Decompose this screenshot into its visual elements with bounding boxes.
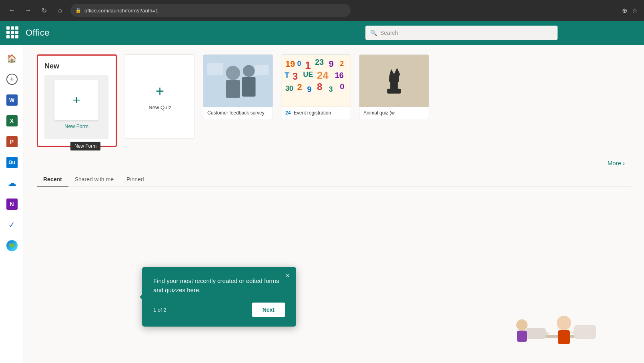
svg-marker-37 [546,332,550,335]
svg-text:UE: UE [303,70,313,78]
svg-text:23: 23 [315,58,324,66]
new-form-card[interactable]: + New Form New Form [44,75,108,139]
favorites-icon[interactable]: ☆ [632,7,638,14]
svg-rect-29 [389,77,399,82]
create-icon: + [6,74,18,85]
address-bar[interactable]: 🔒 office.com/launch/forms?auth=1 [70,4,351,17]
svg-rect-5 [242,77,256,96]
new-form-inner: + [54,80,98,120]
customer-feedback-label: Customer feedback survey [203,107,273,119]
svg-rect-33 [558,330,570,344]
new-card-title: New [44,62,109,70]
walkthrough-next-button[interactable]: Next [252,303,285,317]
animal-quiz-template[interactable]: Animal quiz (w [359,54,429,119]
event-registration-template[interactable]: 19 0 1 23 9 2 T 3 UE 24 16 30 2 9 [281,54,351,119]
more-link-text: More [608,160,621,166]
customer-feedback-template[interactable]: Customer feedback survey [203,54,273,119]
event-svg: 19 0 1 23 9 2 T 3 UE 24 16 30 2 9 [281,55,351,107]
sidebar-item-todo[interactable]: ✓ [3,216,21,234]
animal-quiz-label: Animal quiz (w [359,107,429,119]
svg-point-4 [243,65,255,77]
recent-section: Recent Shared with me Pinned [37,173,631,187]
new-quiz-plus-icon: + [156,83,164,100]
svg-text:3: 3 [329,85,333,93]
svg-point-38 [516,319,528,331]
templates-section: New + New Form New Form + New Quiz [37,54,631,147]
more-chevron-icon: › [623,160,625,166]
new-quiz-card[interactable]: + New Quiz [125,54,195,138]
sidebar-item-excel[interactable]: X [3,112,21,130]
svg-text:2: 2 [340,60,344,68]
svg-text:0: 0 [297,60,301,68]
back-button[interactable]: ← [6,5,18,16]
walkthrough-progress: 1 of 2 [153,307,167,313]
outlook-icon: Ou [6,157,18,168]
event-registration-label: 24 Event registration [281,107,351,119]
svg-text:8: 8 [317,82,322,92]
svg-rect-6 [207,63,223,75]
recent-tabs: Recent Shared with me Pinned [37,173,631,187]
refresh-button[interactable]: ↻ [38,5,50,16]
office-title: Office [26,28,50,38]
svg-text:19: 19 [285,59,295,69]
event-label-text: Event registration [294,110,331,116]
sidebar-item-powerpoint[interactable]: P [3,133,21,150]
svg-text:2: 2 [297,82,302,92]
forward-button[interactable]: → [22,5,34,16]
add-tab-icon[interactable]: ⊕ [622,7,627,14]
svg-text:T: T [285,71,289,80]
svg-text:9: 9 [307,85,311,94]
feedback-svg [203,55,273,107]
onenote-icon: N [6,199,18,210]
search-icon: 🔍 [370,30,377,36]
browser-actions: ⊕ ☆ [622,7,638,14]
svg-text:16: 16 [335,71,343,80]
browser-bar: ← → ↻ ⌂ 🔒 office.com/launch/forms?auth=1… [0,0,644,21]
walkthrough-text: Find your most recently created or edite… [153,277,285,295]
tab-pinned[interactable]: Pinned [120,173,150,187]
svg-rect-3 [226,80,240,98]
sidebar-item-outlook[interactable]: Ou [3,154,21,171]
word-icon: W [6,94,18,106]
new-card: New + New Form New Form [37,54,117,147]
new-quiz-label: New Quiz [148,104,171,110]
header-search[interactable]: 🔍 Search [365,26,558,40]
home-button[interactable]: ⌂ [54,5,66,16]
animal-svg [359,55,429,107]
svg-point-32 [557,316,571,330]
walkthrough-popup: × Find your most recently created or edi… [142,267,296,327]
waffle-menu[interactable] [6,26,19,39]
walkthrough-footer: 1 of 2 Next [153,303,285,317]
svg-text:1: 1 [305,60,311,71]
new-form-tooltip: New Form [70,142,100,150]
recent-illustration [512,303,612,355]
home-icon: 🏠 [7,54,17,63]
event-badge: 24 [285,110,291,116]
url-text: office.com/launch/forms?auth=1 [84,8,158,14]
tab-recent[interactable]: Recent [37,173,68,187]
sidebar-item-home[interactable]: 🏠 [3,50,21,67]
walkthrough-close-button[interactable]: × [285,272,290,280]
search-placeholder: Search [380,30,398,36]
svg-text:30: 30 [285,84,293,92]
office-header: Office 🔍 Search [0,21,644,45]
sidebar-item-onenote[interactable]: N [3,195,21,213]
event-registration-image: 19 0 1 23 9 2 T 3 UE 24 16 30 2 9 [281,55,351,107]
main-layout: 🏠 + W X P Ou ☁ N ✓ 💚 [0,45,644,363]
more-link[interactable]: More › [37,160,631,166]
svg-rect-28 [390,81,398,90]
sidebar-item-word[interactable]: W [3,91,21,109]
sidebar: 🏠 + W X P Ou ☁ N ✓ 💚 [0,45,24,363]
customer-feedback-image [203,55,273,107]
powerpoint-icon: P [6,136,18,147]
excel-icon: X [6,115,18,126]
svg-text:24: 24 [317,70,329,81]
content-area: New + New Form New Form + New Quiz [24,45,644,363]
tab-shared[interactable]: Shared with me [68,173,120,187]
svg-rect-36 [526,328,546,339]
viva-icon: 💚 [6,240,18,251]
sidebar-item-onedrive[interactable]: ☁ [3,174,21,192]
sidebar-item-create[interactable]: + [3,70,21,88]
sidebar-item-viva[interactable]: 💚 [3,237,21,255]
svg-text:0: 0 [340,82,344,91]
